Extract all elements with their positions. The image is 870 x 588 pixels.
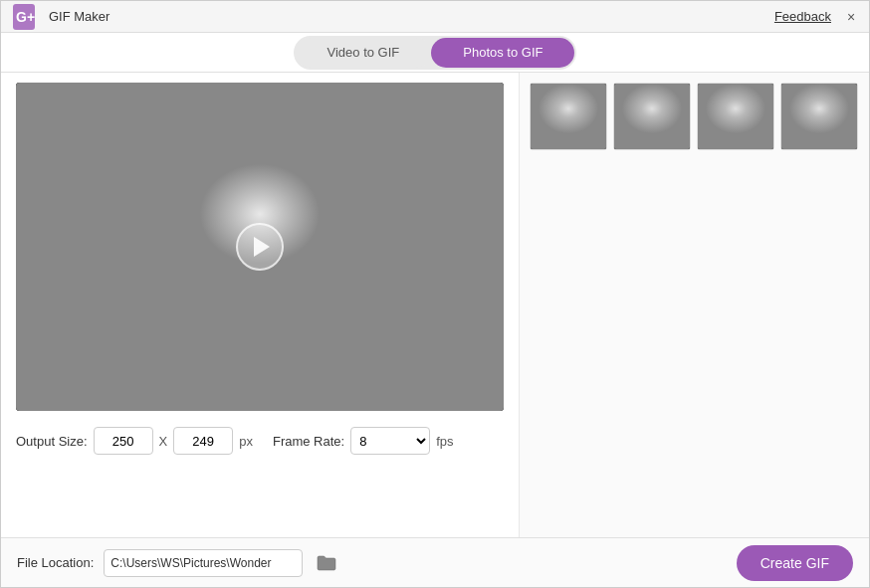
folder-icon <box>317 554 336 572</box>
browse-folder-button[interactable] <box>313 549 340 577</box>
video-preview <box>16 83 504 411</box>
thumbnail-image-3 <box>698 84 773 149</box>
main-content: Output Size: X px Frame Rate: 1 2 4 6 8 … <box>1 73 869 587</box>
app-logo-icon: G+ <box>11 2 41 32</box>
thumbnail-1[interactable] <box>530 83 607 150</box>
frame-rate-group: Frame Rate: 1 2 4 6 8 10 12 15 20 24 30 <box>273 427 454 455</box>
title-bar: G+ GIF Maker Feedback × <box>1 1 869 33</box>
close-button[interactable]: × <box>843 9 859 25</box>
width-input[interactable] <box>94 427 153 455</box>
thumbnails-row <box>530 83 859 150</box>
feedback-link[interactable]: Feedback <box>774 9 831 24</box>
svg-text:G+: G+ <box>16 9 35 25</box>
output-size-group: Output Size: X px <box>16 427 253 455</box>
right-panel <box>519 73 869 587</box>
thumbnail-image-4 <box>781 84 857 149</box>
tab-bar: Video to GIF Photos to GIF <box>1 33 869 73</box>
file-path-input[interactable] <box>104 549 303 577</box>
thumbnail-image-2 <box>614 84 690 149</box>
play-icon <box>254 237 270 257</box>
thumbnail-3[interactable] <box>697 83 774 150</box>
fps-unit: fps <box>436 434 453 449</box>
app-window: G+ GIF Maker Feedback × Video to GIF Pho… <box>0 0 870 588</box>
tab-container: Video to GIF Photos to GIF <box>294 36 577 70</box>
play-button[interactable] <box>236 223 284 271</box>
controls-row: Output Size: X px Frame Rate: 1 2 4 6 8 … <box>16 427 504 455</box>
height-input[interactable] <box>173 427 233 455</box>
file-location-bar: File Location: Create GIF <box>1 537 869 587</box>
thumbnail-2[interactable] <box>613 83 691 150</box>
tab-photos-to-gif[interactable]: Photos to GIF <box>431 38 574 68</box>
thumbnail-4[interactable] <box>780 83 858 150</box>
title-bar-left: G+ GIF Maker <box>11 2 109 32</box>
left-panel: Output Size: X px Frame Rate: 1 2 4 6 8 … <box>1 73 519 587</box>
frame-rate-label: Frame Rate: <box>273 434 344 449</box>
size-separator: X <box>159 434 168 449</box>
thumbnail-image-1 <box>531 84 606 149</box>
tab-video-to-gif[interactable]: Video to GIF <box>296 38 432 68</box>
create-gif-button[interactable]: Create GIF <box>737 545 853 581</box>
file-location-label: File Location: <box>17 555 94 570</box>
title-bar-right: Feedback × <box>774 9 859 25</box>
fps-select[interactable]: 1 2 4 6 8 10 12 15 20 24 30 <box>350 427 430 455</box>
output-size-label: Output Size: <box>16 434 88 449</box>
app-title: GIF Maker <box>49 9 109 24</box>
size-unit: px <box>239 434 253 449</box>
